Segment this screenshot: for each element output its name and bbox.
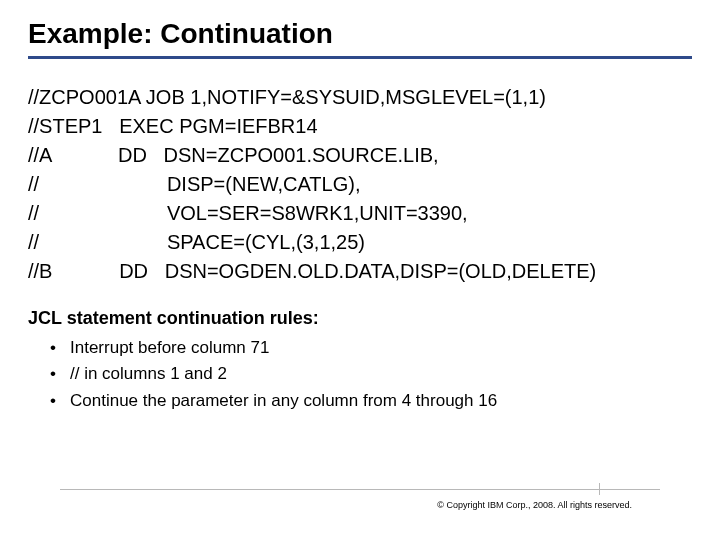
copyright-text: © Copyright IBM Corp., 2008. All rights … [437,500,632,510]
footer-divider [60,489,660,490]
code-line: //A DD DSN=ZCPO001.SOURCE.LIB, [28,144,439,166]
slide: Example: Continuation //ZCPO001A JOB 1,N… [0,0,720,540]
rule-item: Interrupt before column 71 [50,335,692,361]
code-line: //ZCPO001A JOB 1,NOTIFY=&SYSUID,MSGLEVEL… [28,86,546,108]
code-line: //B DD DSN=OGDEN.OLD.DATA,DISP=(OLD,DELE… [28,260,596,282]
rules-heading: JCL statement continuation rules: [28,308,692,329]
code-block: //ZCPO001A JOB 1,NOTIFY=&SYSUID,MSGLEVEL… [28,83,692,286]
code-line: //STEP1 EXEC PGM=IEFBR14 [28,115,318,137]
code-line: // VOL=SER=S8WRK1,UNIT=3390, [28,202,468,224]
code-line: // SPACE=(CYL,(3,1,25) [28,231,365,253]
title-underline [28,56,692,59]
slide-title: Example: Continuation [28,18,692,50]
code-line: // DISP=(NEW,CATLG), [28,173,360,195]
rules-list: Interrupt before column 71 // in columns… [28,335,692,414]
rule-item: Continue the parameter in any column fro… [50,388,692,414]
rule-item: // in columns 1 and 2 [50,361,692,387]
